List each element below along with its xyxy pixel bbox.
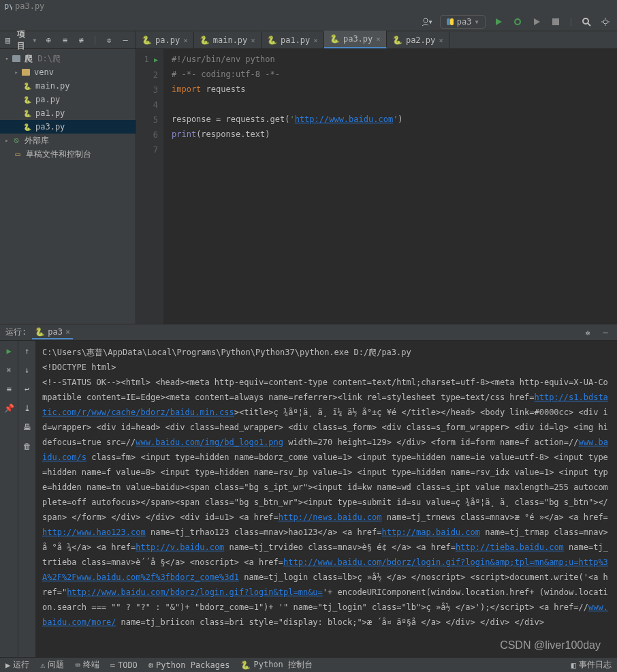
gear-icon[interactable]: ✲: [582, 326, 594, 339]
gutter: 1 ▶ 234567: [136, 49, 163, 324]
print-icon[interactable]: 🖶: [21, 421, 33, 433]
tree-file[interactable]: 🐍pa1.py: [0, 106, 136, 120]
title-filename: pa3.py: [15, 1, 44, 11]
svg-point-9: [603, 20, 607, 24]
soft-wrap-icon[interactable]: ↩: [21, 383, 33, 395]
settings-icon[interactable]: [599, 16, 612, 28]
sb-problems[interactable]: ⚠ 问题: [40, 659, 64, 671]
run-with-coverage-button[interactable]: [531, 16, 543, 28]
tree-scratches[interactable]: ▭草稿文件和控制台: [0, 147, 136, 161]
console-link[interactable]: http://news.baidu.com: [279, 513, 382, 522]
svg-text:py: py: [4, 2, 12, 10]
code-area[interactable]: 1 ▶ 234567 #!/usr/bin/env python # -*- c…: [136, 49, 617, 324]
file-label: main.py: [35, 81, 70, 91]
tree-file-selected[interactable]: 🐍pa3.py: [0, 120, 136, 134]
console-link[interactable]: http://v.baidu.com: [136, 543, 224, 552]
python-file-icon: py: [4, 2, 15, 10]
close-icon[interactable]: ×: [65, 327, 70, 337]
top-toolbar: ▾ pa3 ▾ |: [0, 12, 617, 31]
tree-root[interactable]: ▾ 爬 D:\爬: [0, 52, 136, 65]
close-icon[interactable]: ×: [183, 36, 188, 45]
project-header: ▤ 项目 ▾ ⊕ ≡ ≢ | ✲ —: [0, 31, 136, 49]
editor-tab[interactable]: 🐍pa.py×: [136, 32, 194, 48]
close-icon[interactable]: ×: [313, 36, 318, 45]
run-config-name: pa3: [457, 17, 472, 27]
code-lines[interactable]: #!/usr/bin/env python # -*- coding:utf-8…: [163, 49, 617, 324]
stop-icon[interactable]: ✖: [3, 364, 15, 376]
project-title: 项目: [17, 29, 25, 52]
editor-tab-active[interactable]: 🐍pa3.py×: [324, 31, 387, 48]
close-icon[interactable]: ×: [439, 36, 443, 45]
root-path: D:\爬: [37, 53, 61, 65]
run-gutter-left: ▶ ✖ ≡ 📌: [0, 341, 18, 657]
project-tree[interactable]: ▾ 爬 D:\爬 ▸ venv 🐍main.py 🐍pa.py 🐍pa1.py …: [0, 49, 136, 324]
tab-label: main.py: [213, 35, 248, 45]
tree-file[interactable]: 🐍main.py: [0, 79, 136, 93]
debug-button[interactable]: [511, 16, 524, 28]
project-tool-window: ▤ 项目 ▾ ⊕ ≡ ≢ | ✲ — ▾ 爬 D:\爬 ▸ venv 🐍main…: [0, 31, 136, 324]
layout-icon[interactable]: ≡: [3, 383, 15, 395]
console-link[interactable]: http://tieba.baidu.com: [456, 543, 564, 552]
console-link[interactable]: http://www.baidu.com/bdorz/login.gif?log…: [67, 587, 323, 597]
code-comment: # -*- coding:utf-8 -*-: [172, 70, 280, 79]
sb-run[interactable]: ▶ 运行: [5, 659, 29, 671]
stop-button[interactable]: [550, 16, 562, 28]
code-builtin: print: [172, 129, 196, 139]
console-output[interactable]: C:\Users\惠普\AppData\Local\Programs\Pytho…: [35, 341, 617, 657]
project-tool-icon[interactable]: ▤: [5, 35, 10, 45]
run-tab[interactable]: 🐍pa3 ×: [32, 326, 73, 339]
collapse-all-icon[interactable]: ≢: [76, 34, 86, 46]
svg-point-7: [583, 18, 588, 24]
run-gutter-icon[interactable]: ▶: [154, 56, 158, 63]
console-text: name=tj_trvideo class=mnav>è§ é¢ </a> <a…: [224, 543, 456, 552]
title-bar: py pa3.py: [0, 0, 617, 12]
sb-pyconsole[interactable]: 🐍 Python 控制台: [240, 659, 313, 671]
hide-icon[interactable]: —: [121, 34, 130, 46]
console-text: name=tj_briicon class=bri style="display…: [116, 617, 544, 627]
svg-rect-4: [450, 18, 454, 25]
close-icon[interactable]: ×: [376, 35, 381, 44]
ext-libs-label: 外部库: [25, 135, 49, 147]
search-icon[interactable]: [580, 16, 592, 28]
sb-terminal[interactable]: ⌨ 终端: [75, 659, 99, 671]
up-icon[interactable]: ↑: [21, 345, 33, 357]
select-target-icon[interactable]: ⊕: [44, 34, 53, 46]
pin-icon[interactable]: 📌: [3, 402, 15, 414]
console-link[interactable]: http://www.hao123.com: [42, 528, 146, 537]
tree-venv[interactable]: ▸ venv: [0, 65, 136, 79]
run-button[interactable]: [492, 16, 505, 28]
editor-tab[interactable]: 🐍main.py×: [194, 32, 262, 48]
tab-label: pa2.py: [406, 35, 435, 45]
tab-label: pa1.py: [281, 35, 310, 45]
run-body: ▶ ✖ ≡ 📌 ↑ ↓ ↩ ⤓ 🖶 🗑 C:\Users\惠普\AppData\…: [0, 341, 617, 657]
expand-all-icon[interactable]: ≡: [60, 34, 69, 46]
down-icon[interactable]: ↓: [21, 364, 33, 376]
tree-ext-libs[interactable]: ▸⎋外部库: [0, 134, 136, 147]
tree-file[interactable]: 🐍pa.py: [0, 93, 136, 106]
editor-tab[interactable]: 🐍pa2.py×: [387, 32, 449, 48]
console-line: <!DOCTYPE html>: [42, 360, 610, 375]
hide-icon[interactable]: —: [599, 326, 612, 339]
user-icon[interactable]: ▾: [421, 16, 433, 28]
sb-eventlog[interactable]: ◧ 事件日志: [571, 659, 612, 671]
watermark: CSDN @liver100day: [500, 639, 601, 652]
close-icon[interactable]: ×: [251, 36, 255, 45]
code-text: (response.text): [196, 129, 270, 139]
scroll-to-end-icon[interactable]: ⤓: [21, 402, 33, 414]
run-tab-label: pa3: [48, 327, 63, 337]
delete-icon[interactable]: 🗑: [21, 440, 33, 453]
run-tool-window: 运行: 🐍pa3 × ✲ — ▶ ✖ ≡ 📌 ↑ ↓ ↩ ⤓ 🖶 🗑 C:\Us…: [0, 324, 617, 657]
console-link[interactable]: www.baidu.com/img/bd_logo1.png: [136, 438, 283, 447]
editor-tab[interactable]: 🐍pa1.py×: [262, 32, 324, 48]
sb-pypkg[interactable]: ⚙ Python Packages: [148, 660, 230, 670]
rerun-icon[interactable]: ▶: [3, 345, 15, 357]
sb-todo[interactable]: ≔ TODO: [110, 660, 138, 670]
console-link[interactable]: http://map.baidu.com: [382, 528, 481, 537]
console-text: class=fm> <input type=hidden name=bdorz_…: [42, 453, 608, 522]
file-label: pa3.py: [35, 122, 65, 132]
code-url: http://www.baidu.com: [295, 114, 394, 124]
run-config-selector[interactable]: pa3 ▾: [440, 15, 486, 29]
run-gutter-right: ↑ ↓ ↩ ⤓ 🖶 🗑: [18, 341, 35, 657]
gear-icon[interactable]: ✲: [104, 34, 114, 46]
svg-point-5: [515, 19, 520, 25]
